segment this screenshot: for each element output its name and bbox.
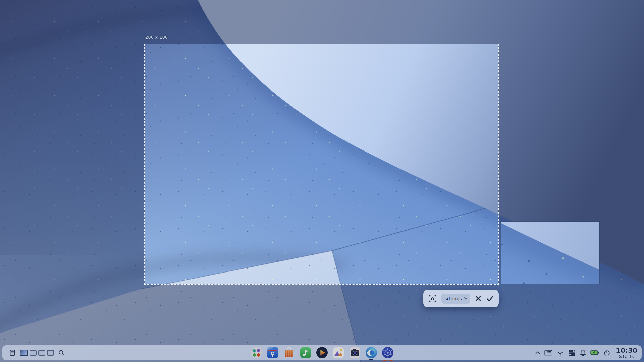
app-store-icon (282, 346, 296, 359)
text-recognition-button[interactable]: A (428, 294, 437, 303)
options-dropdown-label: srttings (444, 296, 462, 301)
check-icon (486, 295, 494, 302)
tray-wifi-button[interactable] (556, 350, 564, 356)
power-icon (603, 349, 610, 356)
browser-icon (365, 346, 378, 359)
launcher-button[interactable] (9, 349, 16, 356)
system-tray: 10:30 5/12 Thu (535, 345, 637, 360)
dock-icon-camera[interactable] (348, 346, 362, 359)
tray-battery-button[interactable] (590, 350, 599, 356)
bell-icon (580, 349, 586, 356)
camera-icon (348, 346, 362, 359)
tray-power-button[interactable] (603, 349, 610, 356)
tray-expand-button[interactable] (535, 350, 540, 355)
confirm-button[interactable] (486, 295, 494, 302)
workspace-preview-4[interactable] (47, 350, 54, 356)
cancel-button[interactable] (475, 295, 482, 302)
desktop: 200 x 100 A srttings (0, 0, 644, 362)
running-indicator-control-center (383, 360, 393, 361)
text-recognition-icon: A (428, 294, 437, 303)
dock-icon-video-player[interactable] (315, 346, 329, 359)
dock-icon-music[interactable] (299, 346, 312, 359)
running-indicator-browser (369, 359, 373, 360)
clock-time: 10:30 (616, 347, 637, 354)
dock-icon-photos[interactable] (332, 346, 345, 359)
music-icon (299, 346, 312, 359)
photos-icon (332, 346, 345, 359)
keyboard-icon (544, 349, 552, 356)
tray-clock[interactable]: 10:30 5/12 Thu (616, 347, 637, 358)
tray-keyboard-button[interactable] (544, 349, 552, 356)
chevron-down-icon (464, 297, 467, 300)
clock-date: 5/12 Thu (619, 354, 635, 358)
dock-icon-browser[interactable] (365, 346, 378, 359)
app-grid-icon (250, 346, 263, 359)
dock-icon-file-manager[interactable] (266, 346, 279, 359)
launcher-icon (9, 349, 16, 356)
workspace-preview-3[interactable] (38, 350, 45, 356)
tray-notifications-button[interactable] (580, 349, 586, 356)
svg-text:A: A (431, 296, 435, 301)
wifi-icon (556, 350, 564, 356)
video-player-icon (315, 346, 329, 359)
dock (250, 346, 394, 359)
control-center-icon (381, 346, 394, 359)
workspace-preview-1[interactable] (20, 350, 28, 356)
magnifier-preview (501, 222, 599, 284)
dock-icon-app-store[interactable] (282, 346, 296, 359)
screenshot-toolbar: A srttings (423, 290, 499, 307)
search-button[interactable] (58, 349, 65, 356)
options-dropdown[interactable]: srttings (441, 294, 470, 304)
close-icon (475, 295, 482, 302)
dock-icon-app-grid[interactable] (250, 346, 263, 359)
dock-icon-control-center[interactable] (381, 346, 394, 359)
selection-size-label: 200 x 100 (145, 35, 168, 40)
workspace-previews (20, 350, 54, 356)
battery-charging-icon (590, 350, 599, 356)
search-icon (58, 349, 65, 356)
file-manager-icon (266, 346, 279, 359)
toggles-icon (568, 349, 576, 356)
workspace-preview-2[interactable] (30, 350, 37, 356)
taskbar-left-cluster (9, 345, 65, 360)
chevron-up-icon (535, 350, 540, 355)
screenshot-selection-area[interactable] (145, 44, 498, 284)
taskbar: 10:30 5/12 Thu (2, 345, 642, 360)
tray-toggles-button[interactable] (568, 349, 576, 356)
